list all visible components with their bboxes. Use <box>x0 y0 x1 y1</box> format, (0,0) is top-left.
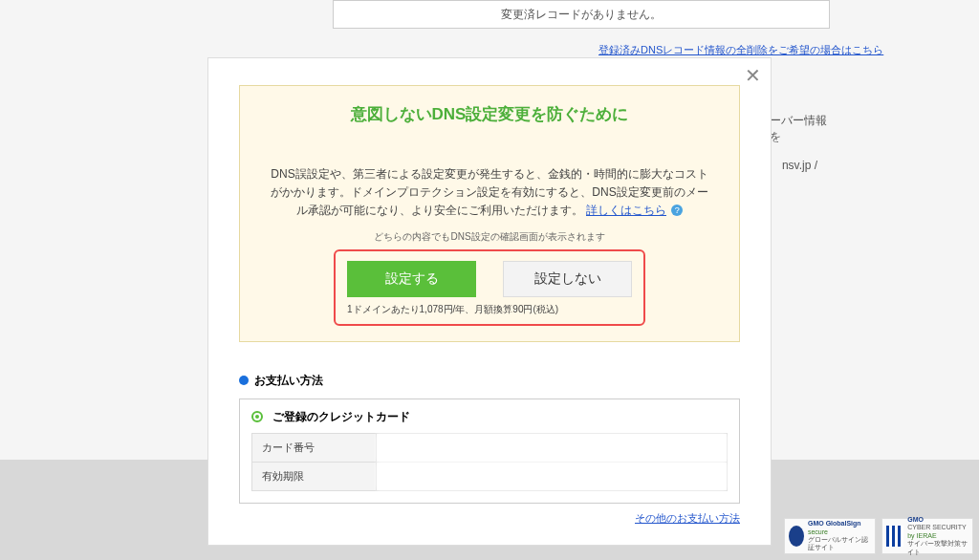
payment-block: ご登録のクレジットカード カード番号 有効期限 <box>239 398 740 504</box>
dns-protection-modal: ✕ 意図しないDNS設定変更を防ぐために DNS誤設定や、第三者による設定変更が… <box>207 57 772 546</box>
globalsign-seal-icon <box>789 526 804 547</box>
payment-heading: お支払い方法 <box>239 373 740 389</box>
price-note: 1ドメインあたり1,078円/年、月額換算90円(税込) <box>347 303 632 316</box>
trust-badges: GMO GlobalSign secure グローバルサイン認証サイト GMO … <box>784 518 973 554</box>
modal-body: DNS誤設定や、第三者による設定変更が発生すると、金銭的・時間的に膨大なコストが… <box>269 165 710 221</box>
table-row: カード番号 <box>252 433 728 462</box>
radio-selected-icon[interactable] <box>251 411 263 422</box>
globalsign-badge[interactable]: GMO GlobalSign secure グローバルサイン認証サイト <box>784 518 876 554</box>
configure-button[interactable]: 設定する <box>347 261 476 297</box>
expiry-key: 有効期限 <box>252 462 377 490</box>
payment-table: カード番号 有効期限 <box>251 433 728 491</box>
close-icon[interactable]: ✕ <box>745 66 761 85</box>
skip-button[interactable]: 設定しない <box>503 261 632 297</box>
payment-heading-text: お支払い方法 <box>254 373 323 389</box>
other-payment-wrap: その他のお支払い方法 <box>239 511 740 526</box>
highlight-box: 意図しないDNS設定変更を防ぐために DNS誤設定や、第三者による設定変更が発生… <box>239 85 740 342</box>
payment-option-label: ご登録のクレジットカード <box>272 409 410 425</box>
card-number-value <box>377 433 728 462</box>
ierae-badge[interactable]: GMO CYBER SECURITY by IERAE サイバー攻撃対策サイト <box>881 518 973 554</box>
expiry-value <box>377 462 728 490</box>
modal-title: 意図しないDNS設定変更を防ぐために <box>269 103 710 125</box>
payment-option-row[interactable]: ご登録のクレジットカード <box>251 409 728 425</box>
action-frame: 設定する 設定しない 1ドメインあたり1,078円/年、月額換算90円(税込) <box>334 249 645 326</box>
table-row: 有効期限 <box>252 462 728 490</box>
modal-learn-more-link[interactable]: 詳しくはこちら <box>586 204 666 217</box>
help-icon[interactable]: ? <box>671 205 683 216</box>
bullet-icon <box>239 376 249 385</box>
modal-subtitle-obscured <box>269 135 710 152</box>
modal-note: どちらの内容でもDNS設定の確認画面が表示されます <box>269 230 710 244</box>
card-number-key: カード番号 <box>252 433 377 462</box>
modal-backdrop: ✕ 意図しないDNS設定変更を防ぐために DNS誤設定や、第三者による設定変更が… <box>0 0 979 560</box>
ierae-seal-icon <box>886 526 903 547</box>
other-payment-link[interactable]: その他のお支払い方法 <box>635 512 740 524</box>
button-row: 設定する 設定しない <box>347 261 632 297</box>
page-background: 変更済レコードがありません。 登録済みDNSレコード情報の全削除をご希望の場合は… <box>0 0 979 560</box>
